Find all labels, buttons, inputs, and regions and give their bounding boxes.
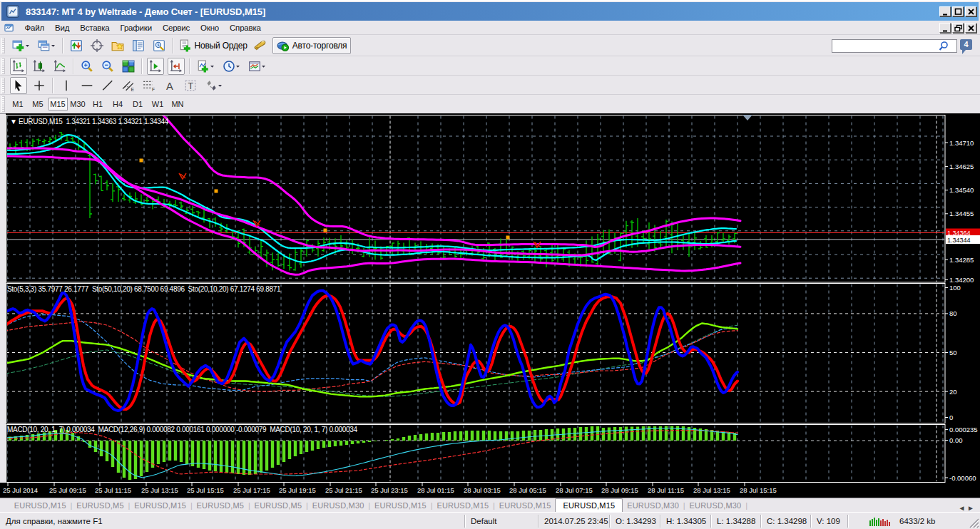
- svg-text:0.00: 0.00: [949, 436, 963, 444]
- svg-text:25 Jul 13:15: 25 Jul 13:15: [141, 486, 178, 494]
- svg-text:T: T: [188, 81, 193, 91]
- svg-text:1.34625: 1.34625: [949, 163, 974, 170]
- svg-text:28 Jul 11:15: 28 Jul 11:15: [648, 486, 684, 494]
- svg-text:28 Jul 13:15: 28 Jul 13:15: [693, 486, 730, 494]
- svg-text:25 Jul 09:15: 25 Jul 09:15: [49, 486, 86, 494]
- svg-text:25 Jul 2014: 25 Jul 2014: [3, 486, 38, 494]
- svg-text:25 Jul 19:15: 25 Jul 19:15: [279, 486, 316, 494]
- svg-text:1.34710: 1.34710: [949, 139, 974, 147]
- svg-text:▼ EURUSD,M15 1.34321 1.34363: ▼ EURUSD,M15 1.34321 1.34363 1.34321 1.3…: [10, 118, 169, 125]
- svg-text:28 Jul 01:15: 28 Jul 01:15: [417, 486, 454, 494]
- svg-text:1.34344: 1.34344: [947, 237, 971, 244]
- svg-text:E: E: [131, 87, 134, 92]
- svg-text:20: 20: [949, 388, 957, 396]
- svg-text:80: 80: [949, 309, 957, 317]
- svg-text:F: F: [151, 87, 154, 92]
- svg-text:0.000235: 0.000235: [949, 426, 978, 433]
- svg-text:28 Jul 03:15: 28 Jul 03:15: [464, 486, 501, 494]
- svg-text:28 Jul 09:15: 28 Jul 09:15: [601, 486, 638, 494]
- svg-text:50: 50: [949, 349, 957, 356]
- svg-text:Sto(5,3,3) 35.7977 26.1777 St: Sto(5,3,3) 35.7977 26.1777 Sto(50,10,20)…: [7, 285, 281, 293]
- svg-text:28 Jul 07:15: 28 Jul 07:15: [556, 486, 593, 494]
- svg-text:1.34200: 1.34200: [949, 276, 974, 284]
- svg-text:28 Jul 15:15: 28 Jul 15:15: [740, 486, 777, 494]
- svg-text:MACD(10, 20, 1, 7) 0.000034 M: MACD(10, 20, 1, 7) 0.000034 MACD(12,26,9…: [7, 426, 357, 433]
- svg-text:100: 100: [949, 284, 961, 292]
- svg-text:25 Jul 11:15: 25 Jul 11:15: [95, 486, 131, 494]
- svg-text:25 Jul 23:15: 25 Jul 23:15: [371, 486, 408, 494]
- svg-text:A: A: [165, 81, 173, 92]
- svg-text:0: 0: [949, 414, 953, 421]
- svg-text:1.34455: 1.34455: [949, 210, 974, 217]
- svg-text:28 Jul 05:15: 28 Jul 05:15: [509, 486, 546, 494]
- svg-text:25 Jul 17:15: 25 Jul 17:15: [233, 486, 270, 494]
- svg-text:25 Jul 15:15: 25 Jul 15:15: [187, 486, 224, 494]
- svg-text:1.34285: 1.34285: [949, 256, 974, 264]
- svg-text:1.34540: 1.34540: [949, 186, 974, 194]
- svg-text:25 Jul 21:15: 25 Jul 21:15: [325, 486, 362, 494]
- svg-text:-0.00060: -0.00060: [949, 474, 976, 482]
